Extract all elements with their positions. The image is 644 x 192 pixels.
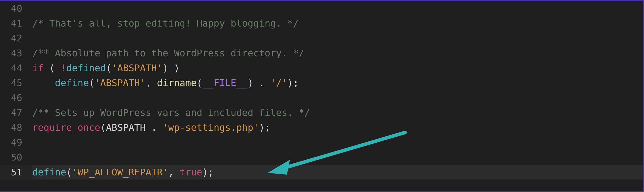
code-token: dirname bbox=[157, 77, 196, 88]
code-token: ( bbox=[106, 63, 112, 73]
code-token: if bbox=[32, 63, 44, 73]
code-editor[interactable]: 404142434445464748495051 /* That's all, … bbox=[0, 0, 644, 192]
code-line[interactable]: require_once(ABSPATH . 'wp-settings.php'… bbox=[32, 120, 643, 135]
code-token: defined bbox=[66, 63, 106, 73]
code-token: ) ) bbox=[162, 63, 180, 73]
code-token: ( bbox=[89, 77, 95, 88]
line-number: 46 bbox=[0, 90, 22, 105]
line-number: 49 bbox=[0, 135, 22, 150]
line-number: 41 bbox=[0, 16, 22, 31]
code-line[interactable] bbox=[32, 1, 643, 16]
code-token: __FILE__ bbox=[202, 77, 248, 88]
code-token: , bbox=[168, 167, 180, 178]
code-token: ( bbox=[197, 77, 202, 88]
code-line[interactable]: /* That's all, stop editing! Happy blogg… bbox=[32, 16, 643, 31]
code-area[interactable]: /* That's all, stop editing! Happy blogg… bbox=[32, 1, 643, 179]
code-token: ( bbox=[66, 167, 72, 178]
code-token: 'WP_ALLOW_REPAIR' bbox=[72, 167, 168, 178]
line-number: 45 bbox=[0, 75, 22, 90]
code-token: define bbox=[32, 167, 66, 178]
line-number: 42 bbox=[0, 31, 22, 46]
code-line[interactable]: /** Sets up WordPress vars and included … bbox=[32, 105, 643, 120]
code-token: 'wp-settings.php' bbox=[162, 122, 259, 133]
code-token: 'ABSPATH' bbox=[95, 77, 146, 88]
code-line[interactable]: /** Absolute path to the WordPress direc… bbox=[32, 46, 643, 61]
code-token bbox=[32, 77, 55, 88]
line-number: 40 bbox=[0, 1, 22, 16]
code-token: 'ABSPATH' bbox=[112, 63, 162, 73]
code-token: ); bbox=[259, 122, 270, 133]
code-token: ABSPATH bbox=[106, 122, 146, 133]
code-token: /** Absolute path to the WordPress direc… bbox=[32, 48, 304, 59]
code-line[interactable]: define('ABSPATH', dirname(__FILE__) . '/… bbox=[32, 75, 643, 90]
code-token: true bbox=[180, 167, 202, 178]
code-token: ) . bbox=[248, 77, 270, 88]
code-token: '/' bbox=[270, 77, 288, 88]
code-token: /** Sets up WordPress vars and included … bbox=[32, 107, 310, 118]
code-line[interactable]: define('WP_ALLOW_REPAIR', true); bbox=[32, 165, 643, 179]
code-token: require_once bbox=[32, 122, 100, 133]
code-token: ); bbox=[288, 77, 299, 88]
code-token: ( bbox=[44, 63, 61, 73]
code-token: ! bbox=[60, 63, 66, 73]
code-line[interactable] bbox=[32, 150, 643, 165]
code-token: define bbox=[55, 77, 89, 88]
code-line[interactable] bbox=[32, 90, 643, 105]
code-token: /* That's all, stop editing! Happy blogg… bbox=[32, 18, 298, 29]
line-number: 44 bbox=[0, 61, 22, 75]
code-token: , bbox=[146, 77, 157, 88]
line-number: 47 bbox=[0, 105, 22, 120]
code-line[interactable] bbox=[32, 135, 643, 150]
line-number: 50 bbox=[0, 150, 22, 165]
line-number: 51 bbox=[0, 165, 22, 179]
code-line[interactable] bbox=[32, 31, 643, 46]
code-token: ); bbox=[202, 167, 214, 178]
code-token: ( bbox=[100, 122, 106, 133]
line-number: 48 bbox=[0, 120, 22, 135]
code-line[interactable]: if ( !defined('ABSPATH') ) bbox=[32, 61, 643, 75]
line-number: 43 bbox=[0, 46, 22, 61]
code-token: . bbox=[146, 122, 163, 133]
line-number-gutter: 404142434445464748495051 bbox=[0, 1, 27, 179]
